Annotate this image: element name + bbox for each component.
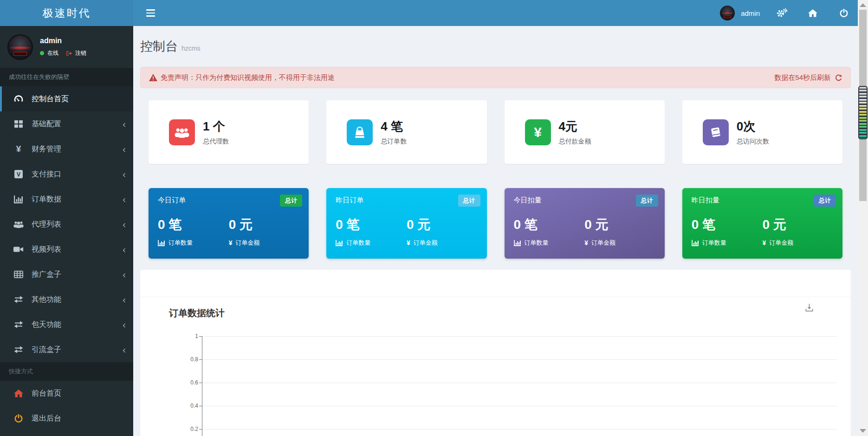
sidebar-item-order-data[interactable]: 订单数据 — [0, 187, 133, 212]
sidebar-item-exit-admin[interactable]: 退出后台 — [0, 406, 133, 431]
yen-icon — [229, 239, 233, 247]
stat-value: 4 笔 — [381, 118, 407, 135]
panel-amount: 0 元 — [229, 216, 300, 234]
order-statistics-card: 订单数据统计 1 — [140, 270, 851, 436]
disclaimer-alert: 免责声明：只作为付费知识视频使用，不得用于非法用途 数据在54秒后刷新 — [140, 67, 851, 88]
panel-today-orders: 今日订单 总计 0 笔 订单数量 — [149, 188, 309, 259]
total-badge: 总计 — [458, 195, 480, 207]
sidebar-item-other-features[interactable]: 其他功能 — [0, 287, 133, 312]
y-tick-label: 1 — [170, 333, 198, 339]
panel-count: 0 笔 — [514, 216, 585, 234]
sidebar-item-finance[interactable]: 财务管理 — [0, 137, 133, 162]
admin-dashboard: 极速时代 admin 在线 注销 — [0, 0, 868, 436]
grid-icon — [13, 120, 24, 128]
content-area: 控制台hzcms 免责声明：只作为付费知识视频使用，不得用于非法用途 数据在54… — [133, 26, 858, 436]
stat-value: 1 个 — [203, 118, 229, 135]
y-tick — [199, 429, 202, 429]
yen-icon — [762, 239, 766, 247]
sidebar-item-payment-api[interactable]: V 支付接口 — [0, 162, 133, 187]
stat-card-orders: 4 笔 总订单数 — [326, 100, 486, 164]
gridline — [202, 429, 837, 429]
logout-button[interactable] — [835, 0, 853, 26]
home-button[interactable] — [803, 0, 822, 26]
stat-value: 0次 — [737, 118, 769, 135]
yen-icon — [525, 119, 551, 145]
sidebar-menu: 控制台首页 基础配置 财务管理 — [0, 86, 133, 362]
settings-button[interactable] — [772, 0, 791, 26]
cogs-icon — [776, 8, 787, 18]
scroll-down-arrow[interactable] — [860, 429, 866, 433]
stat-label: 总订单数 — [381, 137, 407, 146]
chevron-left-icon — [123, 262, 126, 287]
bar-chart-icon — [336, 240, 343, 246]
y-tick-label: 0.4 — [170, 403, 198, 409]
panel-count: 0 笔 — [692, 216, 763, 234]
bar-chart-icon — [692, 240, 699, 246]
book-icon — [703, 119, 729, 145]
chevron-left-icon — [123, 337, 126, 362]
table-icon — [13, 271, 24, 278]
panel-count: 0 笔 — [336, 216, 407, 234]
stat-value: 4元 — [559, 118, 591, 135]
avatar — [720, 6, 735, 20]
panel-yesterday-orders: 昨日订单 总计 0 笔 订单数量 — [326, 188, 486, 259]
topbar-username: admin — [741, 9, 760, 17]
brand-logo: 极速时代 — [0, 0, 133, 26]
logout-link[interactable]: 注销 — [66, 49, 86, 57]
user-name: admin — [40, 37, 86, 45]
chevron-left-icon — [123, 111, 126, 137]
users-icon — [169, 119, 195, 145]
refresh-icon — [835, 74, 842, 81]
total-badge: 总计 — [636, 195, 658, 207]
v-square-icon: V — [13, 170, 24, 178]
svg-text:V: V — [17, 171, 20, 178]
yen-icon — [584, 239, 588, 247]
y-tick-label: 0.6 — [170, 379, 198, 386]
chevron-left-icon — [123, 187, 126, 212]
panel-amount: 0 元 — [762, 216, 833, 234]
sidebar: 极速时代 admin 在线 注销 — [0, 0, 133, 436]
warning-triangle-icon — [149, 74, 157, 81]
disclaimer-text: 免责声明：只作为付费知识视频使用，不得用于非法用途 — [161, 73, 335, 82]
chevron-left-icon — [123, 312, 126, 337]
sidebar-item-frontend-home[interactable]: 前台首页 — [0, 381, 133, 406]
panel-yesterday-deduction: 昨日扣量 总计 0 笔 订单数量 — [682, 188, 842, 259]
refresh-countdown: 数据在54秒后刷新 — [774, 73, 831, 82]
chart-plot-area: 1 0.8 0.6 0.4 0.2 — [140, 270, 851, 436]
bar-chart-icon — [514, 240, 521, 246]
stats-row: 1 个 总代理数 4 笔 总订单数 — [149, 100, 842, 164]
online-dot-icon — [40, 51, 44, 55]
y-tick-label: 0.2 — [170, 426, 198, 432]
sidebar-item-daily-pass[interactable]: 包天功能 — [0, 312, 133, 337]
home-icon — [13, 390, 24, 397]
page-title: 控制台 — [140, 39, 178, 53]
summary-panels-row: 今日订单 总计 0 笔 订单数量 — [149, 188, 842, 259]
y-tick — [199, 359, 202, 360]
chevron-left-icon — [123, 162, 126, 187]
shopping-bag-icon — [347, 119, 373, 145]
sidebar-item-promo-box[interactable]: 推广盒子 — [0, 262, 133, 287]
sidebar-item-agent-list[interactable]: 代理列表 — [0, 212, 133, 237]
sidebar-item-console-home[interactable]: 控制台首页 — [0, 86, 133, 111]
gridline — [202, 406, 837, 406]
stat-label: 总代理数 — [203, 137, 229, 146]
vertical-scrollbar[interactable] — [858, 0, 868, 436]
sidebar-toggle-button[interactable] — [140, 0, 161, 26]
stat-card-visits: 0次 总访问次数 — [682, 100, 842, 164]
page-header: 控制台hzcms — [133, 26, 858, 55]
y-tick-label: 0.8 — [170, 356, 198, 363]
y-tick — [199, 383, 202, 383]
stat-card-agents: 1 个 总代理数 — [149, 100, 309, 164]
power-icon — [13, 414, 24, 423]
sidebar-user-panel: admin 在线 注销 — [0, 26, 133, 68]
y-tick — [199, 406, 202, 406]
topbar-user-menu[interactable]: admin — [720, 6, 760, 20]
sidebar-item-basic-config[interactable]: 基础配置 — [0, 111, 133, 137]
sidebar-item-traffic-box[interactable]: 引流盒子 — [0, 337, 133, 362]
y-axis-line — [202, 336, 202, 436]
sidebar-motto: 成功往往在失败的隔壁 — [0, 68, 133, 86]
sidebar-item-video-list[interactable]: 视频列表 — [0, 237, 133, 262]
video-icon — [13, 246, 24, 253]
sign-out-icon — [66, 51, 72, 56]
scroll-up-arrow[interactable] — [860, 3, 866, 7]
